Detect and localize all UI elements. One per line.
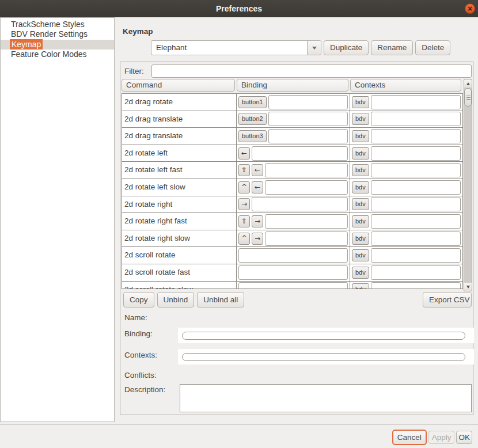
filter-input[interactable] [151,64,472,78]
key-chip: → [252,215,263,227]
contexts-cell: bdv [350,282,462,289]
apply-button[interactable]: Apply [428,431,455,444]
chevron-down-icon[interactable] [307,41,321,55]
column-header-binding[interactable]: Binding [237,79,348,92]
table-row[interactable]: 2d rotate right slow^→bdv [122,230,462,248]
context-chip: bdv [352,215,369,227]
rename-button[interactable]: Rename [371,40,413,55]
contexts-input[interactable] [371,112,461,126]
scroll-down-icon[interactable] [464,283,472,291]
key-chip: ← [252,164,263,176]
name-label: Name: [124,313,147,322]
unbind-all-button[interactable]: Unbind all [197,292,244,307]
context-chip: bdv [352,267,369,279]
binding-cell: ⇧← [236,162,350,179]
key-chip: ← [252,181,263,193]
table-row[interactable]: 2d drag translatebutton3bdv [122,128,462,145]
binding-input[interactable] [238,265,348,280]
binding-input[interactable] [252,197,348,211]
binding-input[interactable] [265,180,348,195]
key-chip: → [238,198,250,210]
titlebar: Preferences × [0,0,478,17]
table-row[interactable]: 2d scroll rotate slowbdv [122,282,462,289]
binding-cell: ← [236,145,350,162]
column-header-contexts[interactable]: Contexts [350,79,461,92]
command-cell: 2d scroll rotate [122,247,236,264]
table-row[interactable]: 2d rotate right fast⇧→bdv [122,213,462,230]
contexts-input[interactable] [371,95,461,109]
context-chip: bdv [352,249,369,261]
context-chip: bdv [352,147,369,160]
binding-input[interactable] [252,146,348,161]
table-row[interactable]: 2d rotate left←bdv [122,145,462,162]
scrollbar-thumb[interactable] [464,88,472,107]
contexts-input[interactable] [371,163,461,177]
export-csv-button[interactable]: Export CSV [423,292,472,307]
context-chip: bdv [352,113,369,125]
scroll-up-icon[interactable] [464,79,472,88]
key-chip: button2 [238,113,267,125]
contexts-cell: bdv [350,264,462,281]
contexts-cell: bdv [350,162,462,179]
description-field[interactable] [180,384,472,412]
command-cell: 2d scroll rotate fast [122,264,236,281]
contexts-cell: bdv [350,196,462,213]
contexts-field[interactable] [182,353,465,361]
unbind-button[interactable]: Unbind [157,292,195,307]
contexts-cell: bdv [350,128,462,145]
copy-button[interactable]: Copy [123,292,154,307]
binding-input[interactable] [238,282,348,289]
binding-cell [236,264,350,281]
key-chip: ← [238,147,250,160]
table-row[interactable]: 2d drag rotatebutton1bdv [122,94,462,111]
contexts-input[interactable] [371,282,461,289]
contexts-cell: bdv [350,247,462,264]
vertical-scrollbar[interactable] [464,79,472,291]
duplicate-button[interactable]: Duplicate [324,40,369,55]
column-header-command[interactable]: Command [122,79,235,92]
binding-field[interactable] [182,332,465,340]
table-row[interactable]: 2d rotate left fast⇧←bdv [122,162,462,179]
table-row[interactable]: 2d rotate left slow^←bdv [122,179,462,196]
sidebar-item-bdv-render-settings[interactable]: BDV Render Settings [1,29,114,39]
table-row[interactable]: 2d scroll rotate fastbdv [122,264,462,282]
binding-input[interactable] [268,129,348,143]
binding-input[interactable] [268,95,348,109]
binding-input[interactable] [268,112,348,126]
close-button[interactable]: × [465,3,475,14]
sidebar-item-trackscheme-styles[interactable]: TrackScheme Styles [1,20,114,29]
delete-button[interactable]: Delete [415,40,450,55]
contexts-cell: bdv [350,111,462,128]
contexts-input[interactable] [371,197,461,211]
contexts-cell: bdv [350,230,462,247]
binding-input[interactable] [238,248,348,263]
binding-input[interactable] [265,163,348,177]
binding-input[interactable] [265,214,348,229]
command-cell: 2d drag translate [122,128,236,145]
command-cell: 2d rotate left fast [122,162,236,179]
table-row[interactable]: 2d drag translatebutton2bdv [122,111,462,128]
sidebar-item-feature-color-modes[interactable]: Feature Color Modes [1,50,114,59]
table-row[interactable]: 2d scroll rotatebdv [122,247,462,264]
contexts-input[interactable] [371,265,461,280]
binding-input[interactable] [265,231,348,246]
contexts-input[interactable] [371,231,461,246]
contexts-cell: bdv [350,213,462,230]
context-chip: bdv [352,198,369,210]
contexts-input[interactable] [371,129,461,143]
contexts-input[interactable] [371,214,461,229]
keymap-select[interactable]: Elephant [151,40,321,55]
table-row[interactable]: 2d rotate right→bdv [122,196,462,214]
ok-button[interactable]: OK [456,431,472,444]
contexts-input[interactable] [371,180,461,195]
page-title: Keymap [123,27,153,36]
key-chip: ^ [238,233,250,245]
table-actions: Copy Unbind Unbind all [123,292,244,307]
contexts-input[interactable] [371,248,461,263]
description-label: Description: [124,385,165,394]
sidebar-item-keymap[interactable]: Keymap [1,40,114,50]
cancel-button[interactable]: Cancel [392,430,427,445]
contexts-input[interactable] [371,146,461,161]
key-chip: ⇧ [238,215,250,227]
command-cell: 2d rotate right fast [122,213,236,230]
